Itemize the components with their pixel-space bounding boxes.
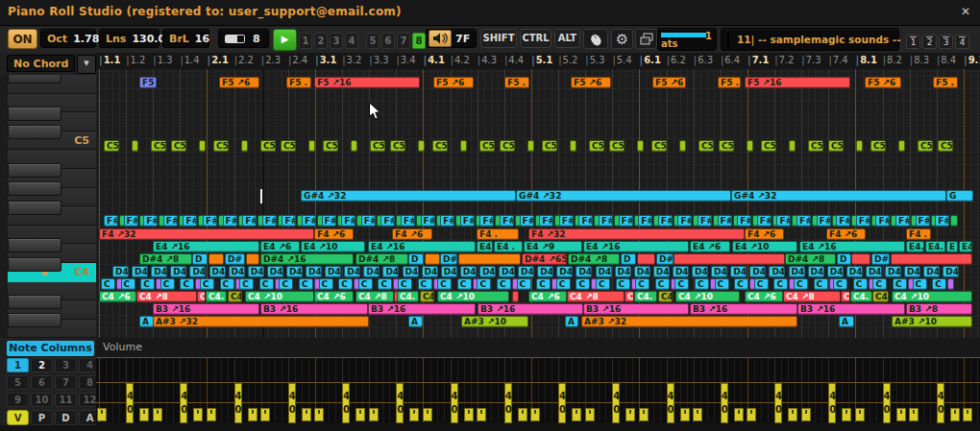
note-block-d4[interactable]: D4: [441, 266, 457, 277]
note-block-c5[interactable]: C5: [500, 140, 515, 152]
note-block-gs4[interactable]: G: [946, 190, 973, 202]
note-block-d4[interactable]: D4: [382, 266, 399, 277]
volume-marker[interactable]: [950, 408, 960, 421]
note-block-d4[interactable]: D4: [673, 266, 689, 277]
volume-marker[interactable]: [423, 408, 432, 421]
note-block-fs4[interactable]: F#: [836, 215, 850, 227]
note-column-button-9[interactable]: 9: [7, 393, 29, 407]
note-block-cs4[interactable]: C: [695, 278, 709, 290]
note-block-fs4[interactable]: F#: [817, 215, 831, 227]
volume-bar[interactable]: 40: [721, 383, 728, 423]
note-block-fs4[interactable]: F#: [322, 215, 336, 227]
note-block-gs4[interactable]: G#4 ↗32: [731, 190, 946, 202]
note-block-c4[interactable]: C4.: [397, 291, 419, 302]
note-block-d4[interactable]: D4: [943, 266, 959, 277]
note-block-b3[interactable]: B3 ↗16: [797, 303, 905, 315]
note-block-d4[interactable]: D4: [904, 266, 920, 277]
ruler-beat-label-2.4[interactable]: 2.4: [288, 55, 307, 65]
note-block-c5[interactable]: [637, 140, 644, 152]
note-block-fs4[interactable]: F#: [401, 215, 415, 227]
note-block-e4[interactable]: E4.: [906, 241, 924, 252]
note-block-e4[interactable]: E: [946, 241, 958, 252]
mode-button-d[interactable]: D: [55, 410, 77, 425]
note-block-b3[interactable]: B3 ↗16: [690, 303, 797, 315]
volume-marker[interactable]: [842, 408, 851, 421]
volume-marker[interactable]: [139, 408, 149, 421]
ruler-beat-label-4.1[interactable]: 4.1: [424, 55, 445, 65]
note-block-cs4[interactable]: C: [734, 278, 748, 290]
ruler-beat-label-7.4[interactable]: 7.4: [828, 55, 847, 65]
volume-marker[interactable]: [355, 408, 365, 421]
note-block-d4[interactable]: D4: [518, 266, 534, 277]
note-block-c4[interactable]: C4 ↗10: [892, 291, 972, 302]
ruler-beat-label-1.1[interactable]: 1.1: [99, 55, 120, 65]
volume-marker[interactable]: [464, 408, 474, 421]
note-block-c4[interactable]: C4 ↗6: [528, 291, 567, 302]
volume-marker[interactable]: [855, 408, 865, 421]
note-block-d4[interactable]: D4: [692, 266, 708, 277]
ruler-beat-label-3.4[interactable]: 3.4: [396, 55, 415, 65]
note-block-f4[interactable]: F4 ↗6: [745, 228, 784, 240]
note-block-f5[interactable]: F5 ↗6: [865, 77, 901, 88]
note-block-c5[interactable]: [570, 140, 576, 152]
volume-marker[interactable]: [747, 408, 756, 421]
note-block-b3[interactable]: B3 ↗16: [260, 303, 368, 315]
note-block-ds4[interactable]: [208, 253, 224, 265]
note-block-as3[interactable]: A: [139, 316, 154, 327]
note-block-f5[interactable]: F5 .: [933, 77, 958, 88]
piano-key-black-cs4[interactable]: [8, 257, 61, 272]
note-block-fs4[interactable]: F#: [460, 215, 475, 227]
piano-key-black-cs5[interactable]: [8, 125, 61, 139]
modifier-button-shift[interactable]: SHIFT: [480, 29, 517, 48]
note-block-fs4[interactable]: F#: [539, 215, 553, 227]
timeline-ruler[interactable]: 1.11.21.31.42.12.22.32.43.13.23.33.44.14…: [96, 53, 980, 70]
ruler-beat-label-5.4[interactable]: 5.4: [612, 55, 631, 65]
note-block-gs4[interactable]: G#4 ↗32: [516, 190, 731, 202]
ruler-beat-label-5.3[interactable]: 5.3: [585, 55, 604, 65]
step-button-7[interactable]: 7: [397, 33, 410, 49]
note-block-cs4[interactable]: [947, 278, 954, 290]
note-block-b3[interactable]: B3 ↗16: [583, 303, 689, 315]
note-column-button-1[interactable]: 1: [7, 358, 29, 372]
note-block-ds4[interactable]: [891, 253, 972, 265]
note-block-cs4[interactable]: C: [299, 278, 313, 290]
note-grid[interactable]: F5F5 ↗6F5 .F5 ↗16F5 ↗6F5 .F5 ↗6F5 ↗6F5 .…: [96, 69, 980, 338]
note-block-d4[interactable]: D4: [209, 266, 226, 277]
note-block-d4[interactable]: D4: [634, 266, 650, 277]
note-block-cs4[interactable]: C: [517, 278, 531, 290]
ruler-beat-label-3.2[interactable]: 3.2: [342, 55, 361, 65]
note-block-cs4[interactable]: C: [319, 278, 333, 290]
note-block-d4[interactable]: D4: [248, 266, 264, 277]
note-block-d4[interactable]: D4: [306, 266, 322, 277]
ruler-beat-label-3.1[interactable]: 3.1: [315, 55, 336, 65]
step-button-4[interactable]: 4: [345, 33, 358, 49]
note-block-fs4[interactable]: F#: [124, 215, 138, 227]
chord-selector[interactable]: No Chord: [7, 55, 75, 72]
note-block-b3[interactable]: B3 ↗16: [478, 303, 583, 315]
note-block-fs4[interactable]: F#: [341, 215, 355, 227]
note-block-e4[interactable]: E4 ↗16: [153, 241, 259, 252]
note-block-c4[interactable]: C4.: [634, 291, 657, 302]
note-block-f4[interactable]: F4 .: [477, 228, 519, 240]
beats-panel[interactable]: 1 ats: [657, 28, 717, 51]
note-block-fs4[interactable]: F#: [737, 215, 751, 227]
note-block-e4[interactable]: E4 ↗9: [524, 241, 582, 252]
volume-bar[interactable]: 40: [774, 383, 782, 423]
note-block-f4[interactable]: F4 ↗6: [392, 228, 432, 240]
note-block-fs4[interactable]: F#: [935, 215, 949, 227]
note-block-f5[interactable]: F5: [139, 77, 157, 88]
note-block-cs4[interactable]: C: [674, 278, 689, 290]
note-block-fs4[interactable]: F#: [796, 215, 811, 227]
ruler-beat-label-5.1[interactable]: 5.1: [531, 55, 552, 65]
note-block-fs4[interactable]: F#: [757, 215, 772, 227]
note-block-e4[interactable]: E4 ↗6: [690, 241, 730, 252]
note-block-ds4[interactable]: D#4 ↗8: [355, 253, 408, 265]
note-block-ds4[interactable]: D: [408, 253, 424, 265]
note-block-cs4[interactable]: C: [655, 278, 670, 290]
note-block-cs4[interactable]: C: [220, 278, 234, 290]
note-block-ds4[interactable]: D#: [871, 253, 890, 265]
note-block-c4[interactable]: C4 ↗10: [675, 291, 740, 302]
note-block-c4[interactable]: C4 ↗8: [136, 291, 197, 302]
note-block-cs4[interactable]: C: [773, 278, 788, 290]
note-block-cs4[interactable]: C: [160, 278, 175, 290]
